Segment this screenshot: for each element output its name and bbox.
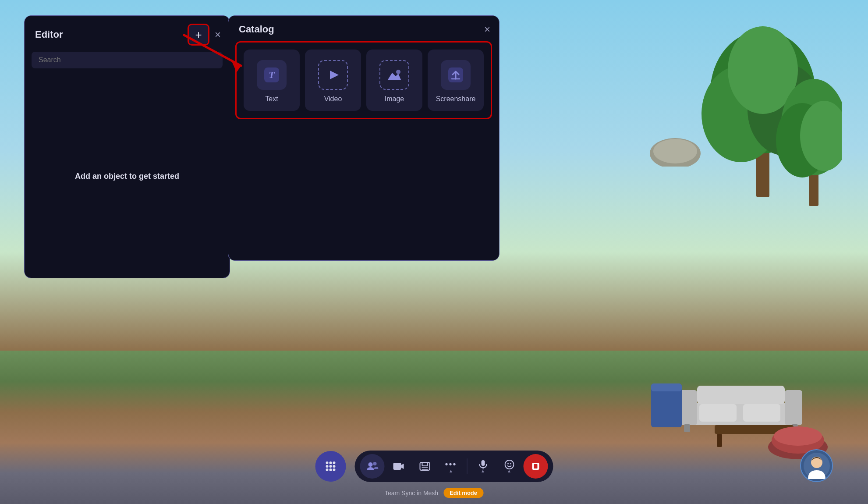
image-icon (386, 67, 403, 83)
svg-marker-31 (330, 71, 339, 79)
mic-chevron-icon: ▲ (481, 469, 485, 473)
editor-header-actions: + × (188, 24, 221, 46)
emoji-chevron-icon: ▲ (507, 469, 511, 473)
catalog-close-button[interactable]: × (484, 24, 490, 35)
editor-panel: Editor + × Add an object to get started (24, 15, 230, 278)
svg-rect-20 (717, 434, 722, 447)
svg-point-42 (333, 465, 335, 468)
tree-decoration (688, 4, 842, 224)
catalog-item-video[interactable]: Video (305, 50, 361, 111)
editor-search-input[interactable] (32, 52, 223, 68)
catalog-grid: T Text Video (244, 50, 484, 111)
more-chevron-icon: ▲ (449, 469, 453, 473)
svg-text:T: T (269, 69, 275, 80)
catalog-text-label: Text (265, 95, 278, 103)
text-icon: T (263, 67, 280, 83)
edit-mode-badge: Edit mode (443, 488, 483, 498)
editor-title: Editor (35, 29, 63, 40)
svg-point-46 (368, 462, 372, 467)
svg-marker-49 (401, 464, 404, 469)
catalog-image-label: Image (385, 95, 404, 103)
people-button[interactable] (360, 454, 384, 479)
bottom-toolbar-area: ••• ▲ ▲ ▲ (315, 451, 553, 482)
svg-point-38 (329, 461, 332, 464)
svg-rect-48 (393, 463, 401, 470)
rock-decoration (649, 131, 701, 167)
emoji-button[interactable]: ▲ (497, 454, 521, 479)
catalog-item-screenshare[interactable]: Screenshare (428, 50, 484, 111)
editor-body: Add an object to get started (25, 75, 230, 278)
catalog-header: Catalog × (228, 16, 499, 41)
record-icon (530, 461, 541, 472)
main-toolbar: ••• ▲ ▲ ▲ (354, 451, 553, 482)
svg-point-43 (326, 469, 328, 471)
people-icon (366, 460, 378, 472)
svg-rect-5 (809, 171, 818, 206)
svg-rect-58 (534, 464, 537, 469)
catalog-grid-wrapper: T Text Video (235, 41, 492, 119)
svg-point-45 (333, 469, 335, 471)
status-bar: Team Sync in Mesh Edit mode (385, 488, 483, 498)
svg-point-39 (333, 461, 335, 464)
svg-rect-51 (422, 462, 427, 466)
svg-point-60 (811, 457, 822, 468)
blue-box (649, 379, 684, 432)
svg-point-24 (774, 426, 822, 446)
save-button[interactable] (412, 454, 437, 479)
status-text: Team Sync in Mesh (385, 490, 438, 497)
catalog-screenshare-label: Screenshare (436, 95, 476, 103)
video-icon (325, 67, 341, 83)
user-avatar[interactable] (800, 449, 833, 482)
camera-button[interactable] (386, 454, 411, 479)
svg-point-55 (507, 463, 509, 464)
toolbar-divider (467, 458, 467, 474)
screenshare-icon (447, 67, 464, 83)
image-icon-wrapper (379, 60, 409, 90)
svg-rect-17 (684, 424, 690, 432)
svg-rect-26 (651, 383, 682, 391)
catalog-item-image[interactable]: Image (366, 50, 422, 111)
emoji-icon (504, 460, 514, 469)
video-icon-wrapper (318, 60, 348, 90)
svg-point-37 (326, 461, 328, 464)
catalog-panel: Catalog × T Text (228, 15, 500, 261)
svg-point-33 (396, 70, 400, 74)
more-button[interactable]: ••• ▲ (439, 454, 463, 479)
apps-grid-button[interactable] (315, 451, 346, 482)
svg-point-54 (505, 460, 514, 469)
editor-header: Editor + × (25, 16, 230, 52)
editor-close-button[interactable]: × (215, 29, 221, 40)
avatar-icon (804, 453, 830, 479)
svg-point-44 (329, 469, 332, 471)
camera-icon (393, 461, 404, 472)
editor-empty-message: Add an object to get started (75, 172, 179, 181)
text-icon-wrapper: T (257, 60, 287, 90)
add-object-button[interactable]: + (188, 24, 209, 46)
svg-point-41 (329, 465, 332, 468)
catalog-video-label: Video (324, 95, 342, 103)
mic-icon (478, 460, 488, 469)
catalog-title: Catalog (239, 24, 274, 35)
svg-point-56 (510, 463, 511, 464)
svg-point-47 (373, 462, 376, 465)
svg-point-10 (653, 139, 697, 163)
more-icon: ••• (445, 459, 457, 469)
svg-rect-14 (697, 386, 785, 404)
save-icon (419, 461, 430, 472)
grid-icon (323, 459, 337, 473)
mic-button[interactable]: ▲ (471, 454, 495, 479)
catalog-item-text[interactable]: T Text (244, 50, 300, 111)
svg-rect-52 (481, 460, 485, 466)
record-button[interactable] (523, 454, 548, 479)
plus-icon: + (195, 28, 202, 42)
svg-point-40 (326, 465, 328, 468)
screenshare-icon-wrapper (441, 60, 471, 90)
